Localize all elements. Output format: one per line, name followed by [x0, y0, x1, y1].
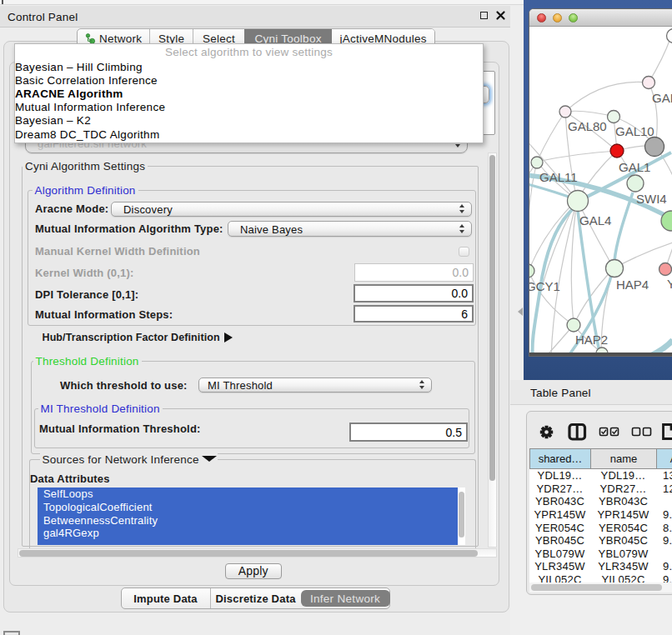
svg-text:GCY1: GCY1	[529, 279, 560, 293]
svg-text:GAL11: GAL11	[539, 170, 578, 184]
svg-text:GAL80: GAL80	[568, 119, 607, 133]
svg-text:GAL4: GAL4	[579, 213, 611, 228]
svg-text:GAL10: GAL10	[615, 124, 654, 138]
svg-text:GAL1: GAL1	[619, 160, 650, 174]
svg-text:HAP2: HAP2	[575, 332, 608, 347]
svg-text:SWI4: SWI4	[636, 192, 667, 206]
svg-text:GAL7: GAL7	[652, 91, 672, 105]
svg-text:YJ: YJ	[667, 277, 672, 291]
svg-text:HAP4: HAP4	[616, 278, 649, 292]
